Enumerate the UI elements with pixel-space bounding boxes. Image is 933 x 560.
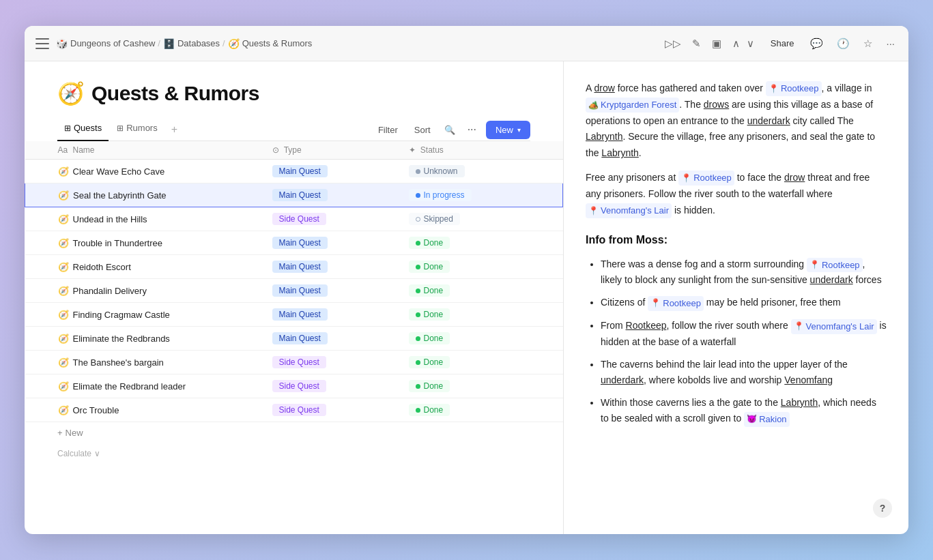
venomfang-mention-1[interactable]: 📍Venomfang's Lair [586, 203, 672, 218]
paragraph-1: A drow force has gathered and taken over… [586, 80, 887, 162]
type-badge: Main Quest [272, 332, 328, 344]
table-row[interactable]: 🧭Undead in the HillsSide QuestSkipped [25, 207, 563, 231]
row-emoji: 🧭 [58, 286, 69, 296]
status-dot [416, 336, 420, 341]
status-dot [416, 265, 420, 269]
expand-icon[interactable]: ▷▷ [662, 35, 684, 53]
more-button[interactable]: ··· [463, 121, 480, 138]
row-type-cell: Side Quest [264, 351, 401, 374]
row-name-cell: 🧭Eliminate the Redbrands [25, 327, 264, 351]
status-badge: Done [409, 284, 450, 297]
right-panel: A drow force has gathered and taken over… [564, 61, 908, 534]
titlebar-icons: ▷▷ ✎ ▣ ∧ ∨ [662, 35, 757, 53]
row-name: 🧭Seal the Labyrinth Gate [58, 190, 256, 201]
table-row[interactable]: 🧭Eliminate the RedbrandsMain QuestDone [25, 327, 563, 351]
add-tab-button[interactable]: + [166, 119, 183, 140]
status-badge: Done [409, 356, 450, 368]
table-body: 🧭Clear Wave Echo CaveMain QuestUnknown🧭S… [25, 160, 563, 422]
history-icon[interactable]: 🕐 [834, 35, 852, 53]
table-row[interactable]: 🧭The Banshee's bargainSide QuestDone [25, 351, 563, 374]
type-badge: Side Quest [272, 356, 326, 368]
table-row[interactable]: 🧭Phandalin DeliveryMain QuestDone [25, 279, 563, 303]
section-emoji: 🗄️ [163, 38, 175, 49]
row-type-cell: Main Quest [264, 303, 401, 327]
page-emoji: 🧭 [228, 38, 240, 49]
table-container: Aa Name ⊙ Type ✦ Status [25, 141, 563, 534]
table-row[interactable]: 🧭Elimate the Redbrand leaderSide QuestDo… [25, 374, 563, 398]
status-badge: Done [409, 237, 450, 249]
breadcrumb-page[interactable]: 🧭 Quests & Rumors [228, 38, 313, 49]
nav-down-icon[interactable]: ∨ [744, 35, 757, 53]
row-name-cell: 🧭Reidoth Escort [25, 255, 264, 279]
row-type-cell: Main Quest [264, 183, 401, 207]
bullet-4: The caverns behind the lair lead into th… [601, 357, 887, 388]
table-row[interactable]: 🧭Clear Wave Echo CaveMain QuestUnknown [25, 160, 563, 183]
add-new-label: New [66, 428, 83, 438]
row-status-cell: Unknown [401, 160, 563, 183]
row-type-cell: Main Quest [264, 231, 401, 255]
bullet-2: Citizens of 📍Rootkeep may be held prison… [601, 295, 887, 311]
status-dot [416, 289, 420, 293]
status-badge: Done [409, 308, 450, 321]
rootkeep-mention-3[interactable]: 📍Rootkeep [807, 258, 863, 272]
rootkeep-mention-2[interactable]: 📍Rootkeep [678, 171, 734, 186]
status-badge: Done [409, 261, 450, 273]
type-badge: Main Quest [272, 237, 328, 249]
col-name: Aa Name [25, 141, 264, 160]
type-badge: Main Quest [272, 165, 328, 177]
venomfang-mention-2[interactable]: 📍Venomfang's Lair [791, 319, 877, 334]
kryptgarden-mention[interactable]: 🏕️Kryptgarden Forest [586, 98, 679, 113]
row-status-cell: In progress [401, 183, 563, 207]
row-name: 🧭Undead in the Hills [58, 214, 256, 224]
rootkeep-mention-1[interactable]: 📍Rootkeep [766, 81, 822, 96]
status-badge: Unknown [409, 165, 465, 177]
star-icon[interactable]: ☆ [861, 35, 875, 53]
row-emoji: 🧭 [58, 405, 69, 415]
new-button[interactable]: New ▾ [486, 121, 530, 139]
add-new-row[interactable]: + New [25, 422, 563, 443]
breadcrumb-section[interactable]: 🗄️ Databases [163, 38, 220, 49]
sort-button[interactable]: Sort [409, 122, 436, 138]
type-badge: Main Quest [272, 189, 328, 201]
col-name-icon: Aa [58, 145, 68, 155]
help-button[interactable]: ? [873, 499, 892, 518]
row-status-cell: Done [401, 255, 563, 279]
status-dot [416, 384, 420, 389]
table-row[interactable]: 🧭Orc TroubleSide QuestDone [25, 398, 563, 422]
breadcrumb-section-name: Databases [177, 38, 220, 48]
status-dot [416, 408, 420, 413]
nav-up-icon[interactable]: ∧ [730, 35, 743, 53]
tab-quests[interactable]: ⊞ Quests [57, 119, 109, 141]
rootkeep-mention-4[interactable]: 📍Rootkeep [648, 296, 704, 310]
table-row[interactable]: 🧭Trouble in ThundertreeMain QuestDone [25, 231, 563, 255]
table-row[interactable]: 🧭Finding Cragmaw CastleMain QuestDone [25, 303, 563, 327]
row-name-cell: 🧭Trouble in Thundertree [25, 231, 264, 255]
titlebar-left: 🎲 Dungeons of Cashew / 🗄️ Databases / 🧭 … [35, 38, 657, 49]
page-title-emoji: 🧭 [57, 80, 85, 106]
menu-icon[interactable] [35, 38, 49, 49]
underdark-text-3: underdark [601, 374, 644, 385]
tab-rumors[interactable]: ⊞ Rumors [110, 119, 164, 141]
comment-icon[interactable]: 💬 [807, 35, 826, 53]
filter-button[interactable]: Filter [373, 122, 403, 138]
layout-icon[interactable]: ▣ [709, 35, 724, 53]
quests-tab-icon: ⊞ [64, 123, 71, 133]
row-emoji: 🧭 [58, 357, 69, 368]
row-type-cell: Main Quest [264, 327, 401, 351]
bullet-3: From Rootkeep, follow the river south wh… [601, 318, 887, 350]
labrynth-text-1: Labrynth [586, 131, 622, 142]
type-badge: Side Quest [272, 380, 326, 392]
breadcrumb-app[interactable]: 🎲 Dungeons of Cashew [56, 38, 155, 49]
table-row[interactable]: 🧭Seal the Labyrinth GateMain QuestIn pro… [25, 183, 563, 207]
calculate-row[interactable]: Calculate ∨ [25, 443, 563, 464]
search-icon[interactable]: 🔍 [442, 122, 458, 138]
share-button[interactable]: Share [765, 35, 800, 51]
page-header: 🧭 Quests & Rumors ⊞ Quests ⊞ Rumors + [25, 61, 563, 141]
row-emoji: 🧭 [58, 262, 69, 272]
row-name: 🧭Finding Cragmaw Castle [58, 310, 256, 320]
rakion-mention[interactable]: 😈Rakion [744, 412, 789, 426]
more-options-icon[interactable]: ··· [883, 35, 898, 52]
table-row[interactable]: 🧭Reidoth EscortMain QuestDone [25, 255, 563, 279]
type-badge: Side Quest [272, 213, 326, 225]
edit-icon[interactable]: ✎ [689, 35, 704, 53]
